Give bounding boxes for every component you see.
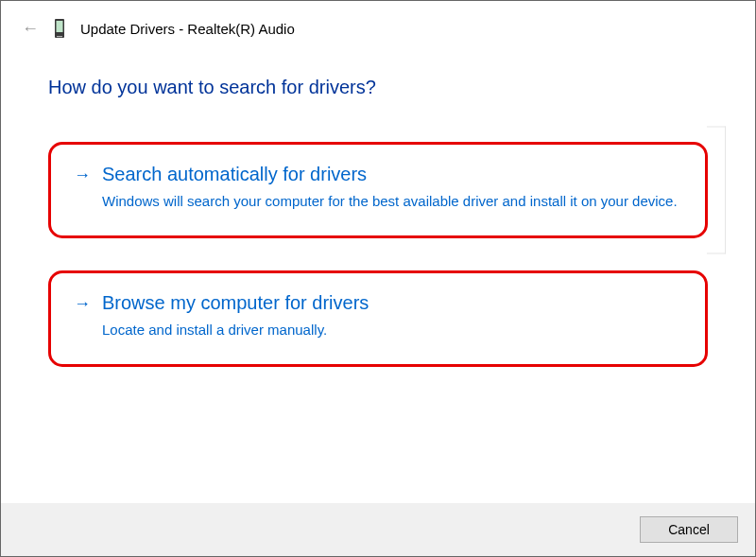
- arrow-right-icon: →: [74, 166, 91, 183]
- page-heading: How do you want to search for drivers?: [48, 77, 708, 98]
- option-description: Windows will search your computer for th…: [102, 191, 682, 211]
- option-browse-computer[interactable]: → Browse my computer for drivers Locate …: [48, 270, 708, 367]
- svg-rect-1: [57, 21, 63, 32]
- option-search-automatically[interactable]: → Search automatically for drivers Windo…: [48, 142, 708, 238]
- back-arrow-icon[interactable]: ←: [22, 19, 39, 39]
- svg-rect-2: [57, 36, 62, 37]
- cancel-button[interactable]: Cancel: [640, 516, 738, 543]
- option-title: Browse my computer for drivers: [102, 292, 369, 314]
- option-description: Locate and install a driver manually.: [102, 320, 682, 339]
- device-icon: [52, 18, 67, 39]
- option-title: Search automatically for drivers: [102, 164, 367, 185]
- dialog-title: Update Drivers - Realtek(R) Audio: [80, 21, 295, 37]
- dialog-content: How do you want to search for drivers? →…: [1, 48, 755, 367]
- dialog-footer: Cancel: [1, 503, 755, 556]
- dialog-header: ← Update Drivers - Realtek(R) Audio: [1, 1, 755, 48]
- arrow-right-icon: →: [74, 295, 91, 312]
